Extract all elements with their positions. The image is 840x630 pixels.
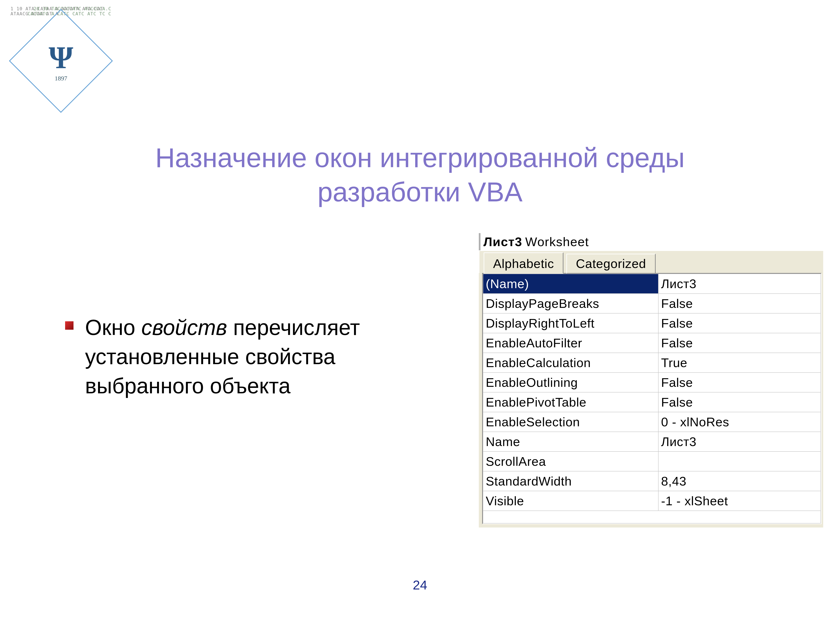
property-name[interactable]: DisplayRightToLeft [483,313,658,333]
property-name[interactable]: EnableCalculation [483,353,658,373]
logo-year: 1897 [55,75,67,82]
body-text: Окно свойств перечисляет установленные с… [85,313,443,401]
property-row[interactable]: ScrollArea [483,452,821,471]
property-value[interactable]: False [658,313,821,333]
properties-titlebar[interactable]: Лист3 Worksheet [479,233,823,250]
properties-grid: (Name)Лист3DisplayPageBreaksFalseDisplay… [482,273,821,524]
property-name[interactable]: Name [483,432,658,452]
properties-object-type: Worksheet [525,235,589,249]
property-value[interactable]: -1 - xlSheet [658,491,821,511]
property-name[interactable]: EnableSelection [483,412,658,432]
logo-diamond: Ψ 1897 [9,9,113,113]
tab-alphabetic[interactable]: Alphabetic [484,253,564,274]
property-value[interactable]: 0 - xlNoRes [658,412,821,432]
property-name[interactable]: EnableAutoFilter [483,333,658,353]
property-name[interactable]: EnablePivotTable [483,392,658,412]
property-value[interactable]: False [658,373,821,392]
properties-window: Лист3 Worksheet Alphabetic Categorized (… [479,233,823,527]
property-row[interactable]: EnableCalculationTrue [483,353,821,373]
property-row[interactable]: NameЛист3 [483,432,821,452]
property-value[interactable]: Лист3 [658,274,821,294]
properties-tabs: Alphabetic Categorized [479,250,823,273]
property-value[interactable]: True [658,353,821,373]
slide-title: Назначение окон интегрированной среды ра… [63,141,777,209]
page-number: 24 [0,578,840,592]
property-value[interactable]: False [658,392,821,412]
slide-body: Окно свойств перечисляет установленные с… [65,313,443,401]
property-name[interactable]: EnableOutlining [483,373,658,392]
slide-title-line1: Назначение окон интегрированной среды [155,142,685,173]
property-row[interactable]: DisplayRightToLeftFalse [483,313,821,333]
tab-categorized[interactable]: Categorized [566,254,655,274]
property-name[interactable]: DisplayPageBreaks [483,294,658,313]
properties-object-name: Лист3 [483,235,522,249]
property-row[interactable]: StandardWidth8,43 [483,471,821,491]
institution-logo: 1 10 ATA.CATAA A.AATATA ATA.CAT ATAACG A… [13,2,109,120]
body-prefix: Окно [85,316,141,339]
property-name[interactable]: Visible [483,491,658,511]
property-value[interactable]: False [658,294,821,313]
property-row[interactable]: DisplayPageBreaksFalse [483,294,821,313]
body-italic: свойств [141,316,227,339]
property-row[interactable]: (Name)Лист3 [483,274,821,294]
property-value[interactable]: False [658,333,821,353]
property-row[interactable]: EnableSelection0 - xlNoRes [483,412,821,432]
property-value[interactable]: 8,43 [658,471,821,491]
bullet-icon [65,321,74,330]
property-value[interactable]: Лист3 [658,432,821,452]
property-value[interactable] [658,452,821,471]
property-row[interactable]: Visible-1 - xlSheet [483,491,821,511]
property-row[interactable]: EnableAutoFilterFalse [483,333,821,353]
property-row[interactable]: EnablePivotTableFalse [483,392,821,412]
property-name[interactable]: StandardWidth [483,471,658,491]
properties-grid-spacer [483,511,821,524]
property-name[interactable]: (Name) [483,274,658,294]
logo-glyph: Ψ [49,40,73,75]
property-name[interactable]: ScrollArea [483,452,658,471]
property-row[interactable]: EnableOutliningFalse [483,373,821,392]
slide-title-line2: разработки VBA [317,177,523,207]
